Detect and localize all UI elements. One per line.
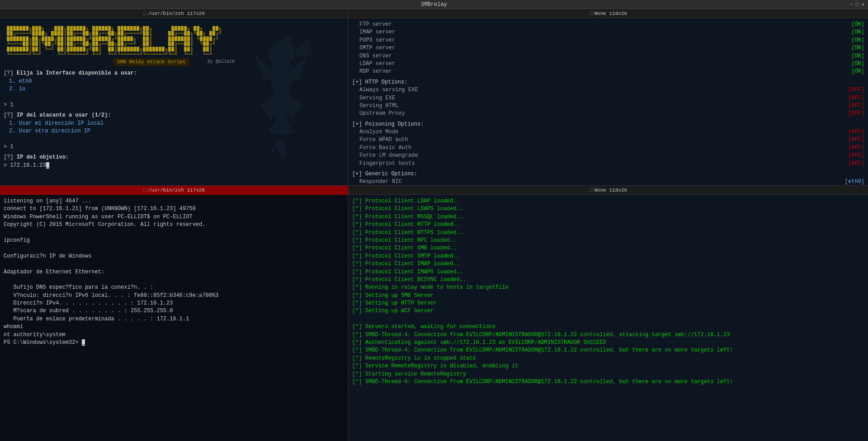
pane-icon: □ xyxy=(143,11,146,16)
poisoning-options-header: [+] Poisoning Options: xyxy=(352,121,864,128)
pane-bottom-left-title: □ /usr/bin/zsh 117x26 xyxy=(0,186,348,195)
server-imap: IMAP server[ON] xyxy=(352,28,864,36)
poison-analyze: Analyze Mode[OFF] xyxy=(352,128,864,136)
author-text: By @mliai0 xyxy=(208,59,235,66)
pane-bottom-right-title: □ None 118x26 xyxy=(349,186,868,195)
subtitle-text: SMB Relay Attack Script xyxy=(113,58,189,66)
http-serving-html: Serving HTML[OFF] xyxy=(352,102,864,110)
log-item: [*] Setting up SMB Server xyxy=(352,292,864,300)
poisoning-options-section: [+] Poisoning Options: Analyze Mode[OFF]… xyxy=(352,121,864,168)
prompt-1-opt2: 2. lo xyxy=(4,85,344,93)
log-item: [*] Protocol Client RPC loaded.. xyxy=(352,237,864,244)
log-blank xyxy=(352,315,864,323)
poison-basic-auth: Force Basic Auth[OFF] xyxy=(352,144,864,152)
log-item: [*] Protocol Client MSSQL loaded.. xyxy=(352,213,864,221)
log-item-smbd4: [*] SMBD-Thread-4: Connection from EVILC… xyxy=(352,331,864,339)
prompt-2-opt1: 1. Usar mi dirección IP local xyxy=(4,120,344,127)
pane-top-left-content[interactable]: ███████╗███╗ ███╗██████╗ ██████╗ ███████… xyxy=(0,18,348,185)
generic-options-header: [+] Generic Options: xyxy=(352,170,864,178)
log-item: [*] Protocol Client HTTPS loaded.. xyxy=(352,229,864,237)
log-item-rr3: [*] Starting service RemoteRegistry xyxy=(352,371,864,378)
shell-output: listening on [any] 4647 ... connect to [… xyxy=(4,197,344,347)
main-grid: □ /usr/bin/zsh 117x26 xyxy=(0,9,868,441)
pane-icon: □ xyxy=(143,188,146,193)
log-item: [*] Protocol Client DCSYNC loaded.. xyxy=(352,276,864,284)
log-item: [*] Protocol Client LDAPS loaded.. xyxy=(352,205,864,213)
prompt-1-opt1: 1. eth0 xyxy=(4,78,344,85)
server-dns: DNS server[ON] xyxy=(352,52,864,60)
prompt-2: [?] IP del atacante a usar (1/2): 1. Usa… xyxy=(4,112,344,151)
ascii-logo: ███████╗███╗ ███╗██████╗ ██████╗ ███████… xyxy=(4,21,344,57)
log-item: [*] Protocol Client IMAPS loaded.. xyxy=(352,268,864,276)
prompt-2-question: [?] IP del atacante a usar (1/2): xyxy=(4,112,344,119)
minimize-button[interactable]: − xyxy=(850,2,853,7)
http-options-header: [+] HTTP Options: xyxy=(352,79,864,86)
log-item: [*] Protocol Client SMB loaded.. xyxy=(352,244,864,252)
close-button[interactable]: ✕ xyxy=(861,1,864,7)
log-item: [*] Servers started, waiting for connect… xyxy=(352,323,864,331)
prompt-1-blank xyxy=(4,94,344,101)
pane-bottom-left-title-text: /usr/bin/zsh 117x26 xyxy=(148,188,205,193)
window-controls[interactable]: − □ ✕ xyxy=(850,1,864,7)
log-item-smbd6: [*] SMBD-Thread-6: Connection from EVILC… xyxy=(352,378,864,386)
poison-fingerprint: Fingerprint hosts[OFF] xyxy=(352,160,864,168)
terminal-content: ███████╗███╗ ███╗██████╗ ██████╗ ███████… xyxy=(4,21,344,169)
prompt-2-blank xyxy=(4,136,344,143)
pane-icon: □ xyxy=(590,11,593,16)
pane-top-left: □ /usr/bin/zsh 117x26 xyxy=(0,9,348,185)
pane-icon: □ xyxy=(590,188,593,193)
window-title: SMBrelay xyxy=(421,1,447,8)
log-item: [*] Running in relay mode to hosts in ta… xyxy=(352,284,864,291)
http-options-section: [+] HTTP Options: Always serving EXE[OFF… xyxy=(352,79,864,118)
poison-wpad: Force WPAD auth[OFF] xyxy=(352,136,864,144)
server-ftp: FTP server[ON] xyxy=(352,21,864,28)
generic-nic: Responder NIC[eth0] xyxy=(352,178,864,185)
server-ldap: LDAP server[ON] xyxy=(352,60,864,68)
log-item-rr1: [*] RemoteRegistry is in stopped state xyxy=(352,355,864,362)
prompt-3: [?] IP del objetivo: > 172.16.1.23_ xyxy=(4,154,344,169)
pane-bottom-right-title-text: None 118x26 xyxy=(594,188,627,193)
ascii-subtitle-row: SMB Relay Attack Script By @mliai0 xyxy=(4,58,344,66)
log-item: [*] Protocol Client HTTP loaded.. xyxy=(352,221,864,229)
pane-bottom-right: □ None 118x26 [*] Protocol Client LDAP l… xyxy=(348,185,868,441)
prompt-3-question: [?] IP del objetivo: xyxy=(4,154,344,161)
http-always-exe: Always serving EXE[OFF] xyxy=(352,86,864,94)
pane-top-right-title: □ None 118x26 xyxy=(349,9,868,18)
poison-lm-downgrade: Force LM downgrade[OFF] xyxy=(352,152,864,160)
log-list: [*] Protocol Client LDAP loaded.. [*] Pr… xyxy=(352,197,864,386)
servers-list: FTP server[ON] IMAP server[ON] POP3 serv… xyxy=(352,21,864,76)
title-bar: SMBrelay − □ ✕ xyxy=(0,0,868,9)
pane-bottom-left: □ /usr/bin/zsh 117x26 listening on [any]… xyxy=(0,185,348,441)
log-item: [*] Setting up WCF Server xyxy=(352,307,864,315)
log-item-smbd4b: [*] SMBD-Thread-4: Connection from EVILC… xyxy=(352,347,864,354)
prompt-1-question: [?] Elija la Interface disponible a usar… xyxy=(4,70,344,77)
server-smtp: SMTP server[ON] xyxy=(352,44,864,52)
pane-top-left-title: □ /usr/bin/zsh 117x26 xyxy=(0,9,348,18)
http-serving-exe: Serving EXE[OFF] xyxy=(352,94,864,102)
log-item: [*] Protocol Client LDAP loaded.. xyxy=(352,197,864,205)
log-item-rr2: [*] Service RemoteRegistry is disabled, … xyxy=(352,362,864,370)
log-item: [*] Setting up HTTP Server xyxy=(352,300,864,307)
pane-top-left-title-text: /usr/bin/zsh 117x26 xyxy=(148,11,205,16)
http-upstream-proxy: Upstream Proxy[OFF] xyxy=(352,110,864,117)
pane-bottom-left-content[interactable]: listening on [any] 4647 ... connect to [… xyxy=(0,195,348,441)
prompt-1: [?] Elija la Interface disponible a usar… xyxy=(4,70,344,109)
log-item-auth: [*] Authenticating against smb://172.16.… xyxy=(352,339,864,347)
prompt-2-input: > 1 xyxy=(4,143,344,151)
pane-bottom-right-content[interactable]: [*] Protocol Client LDAP loaded.. [*] Pr… xyxy=(349,195,868,441)
pane-top-right: □ None 118x26 FTP server[ON] IMAP server… xyxy=(348,9,868,185)
prompt-1-input: > 1 xyxy=(4,101,344,109)
log-item: [*] Protocol Client IMAP loaded.. xyxy=(352,260,864,268)
pane-top-right-title-text: None 118x26 xyxy=(594,11,627,16)
prompt-2-opt2: 2. Usar otra direccion IP xyxy=(4,127,344,135)
prompt-3-input: > 172.16.1.23_ xyxy=(4,162,344,169)
generic-options-section: [+] Generic Options: Responder NIC[eth0]… xyxy=(352,170,864,185)
server-rdp: RDP server[ON] xyxy=(352,68,864,75)
log-item: [*] Protocol Client SMTP loaded.. xyxy=(352,253,864,260)
server-pop3: POP3 server[ON] xyxy=(352,37,864,44)
pane-top-right-content[interactable]: FTP server[ON] IMAP server[ON] POP3 serv… xyxy=(349,18,868,185)
maximize-button[interactable]: □ xyxy=(856,2,859,7)
